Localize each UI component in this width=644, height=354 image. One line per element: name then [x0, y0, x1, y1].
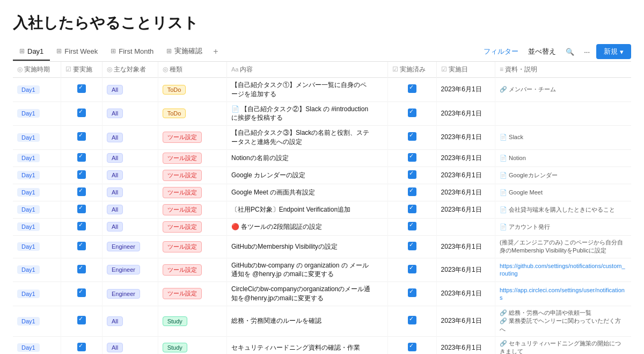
cell-yojitsu	[61, 258, 102, 282]
cell-jissbi: 2023年6月1日	[436, 282, 495, 306]
table-row: Day1Allツール設定〔社用PC対象〕Endpoint Verificatio…	[13, 201, 631, 218]
tab-day1[interactable]: ⊞ Day1	[13, 43, 50, 61]
cell-shiryo	[495, 102, 631, 126]
check-icon	[408, 84, 416, 93]
shiryo-link[interactable]: https://app.circleci.com/settings/user/n…	[500, 287, 625, 301]
shurui-badge: ツール設定	[163, 221, 202, 233]
cell-jikko: Day1	[13, 78, 61, 102]
shurui-badge: ツール設定	[163, 264, 202, 276]
cell-naiyou: 【自己紹介タスク③】Slackの名前と役割、ステータスと連絡先への設定	[227, 126, 388, 150]
check-icon	[408, 132, 416, 141]
tab-firstmonth[interactable]: ⊞ First Month	[104, 43, 160, 61]
cell-jikko: Day1	[13, 282, 61, 306]
cell-yojitsu	[61, 102, 102, 126]
shiryo-text: 📄 Googleカレンダー	[500, 171, 627, 179]
cell-naiyou: Google カレンダーの設定	[227, 167, 388, 184]
cell-naiyou: GitHubのMembership Visibilityの設定	[227, 235, 388, 258]
check-icon	[77, 205, 86, 213]
jikko-badge: Day1	[17, 85, 40, 94]
sort-button[interactable]: 並べ替え	[525, 45, 559, 59]
cell-naiyou: 総務・労務関連のルールを確認	[227, 306, 388, 336]
cell-jikko: Day1	[13, 218, 61, 235]
cell-shurui: ツール設定	[158, 126, 226, 150]
cell-yojitsu	[61, 184, 102, 201]
cell-jissumi	[387, 167, 436, 184]
cell-yojitsu	[61, 126, 102, 150]
check-icon	[408, 242, 416, 250]
taisho-badge: Engineer	[107, 265, 140, 274]
cell-jikko: Day1	[13, 126, 61, 150]
cell-taisho: Engineer	[102, 282, 158, 306]
naiyou-text: 🔴 各ツールの2段階認証の設定	[231, 222, 371, 232]
cell-shurui: ツール設定	[158, 218, 226, 235]
cell-taisho: All	[102, 184, 158, 201]
shiryo-link[interactable]: https://github.com/settings/notification…	[500, 263, 625, 277]
cell-shurui: ToDo	[158, 102, 226, 126]
naiyou-text: セキュリティハードニング資料の確認・作業	[231, 343, 371, 352]
check-icon	[408, 109, 416, 117]
cell-jissumi	[387, 102, 436, 126]
shiryo-text: 📄 会社貸与端末を購入したときにやること	[500, 206, 627, 214]
naiyou-text: 【自己紹介タスク①】メンバー一覧に自身のページを追加する	[231, 81, 371, 99]
th-shurui: ◎種類	[158, 62, 226, 78]
cell-taisho: All	[102, 167, 158, 184]
taisho-badge: Engineer	[107, 242, 140, 251]
tab-firstweek[interactable]: ⊞ First Week	[50, 43, 104, 61]
cell-jikko: Day1	[13, 149, 61, 167]
naiyou-text: Google カレンダーの設定	[231, 171, 371, 180]
cell-shurui: ツール設定	[158, 258, 226, 282]
taisho-badge: All	[107, 170, 123, 180]
cell-taisho: Engineer	[102, 235, 158, 258]
cell-yojitsu	[61, 336, 102, 354]
cell-yojitsu	[61, 149, 102, 167]
check-icon	[408, 265, 416, 273]
check-icon	[408, 316, 416, 324]
shurui-badge: ツール設定	[163, 204, 202, 215]
table-header-row: ◎実施時期 ☑要実施 ◎主な対象者 ◎種類 Aa内容 ☑実施	[13, 62, 631, 78]
table-row: Day1Allツール設定Google Meet の画面共有設定2023年6月1日…	[13, 184, 631, 201]
cell-jissbi: 2023年6月1日	[436, 126, 495, 150]
table-row: Day1AllStudyセキュリティハードニング資料の確認・作業2023年6月1…	[13, 336, 631, 354]
naiyou-text: Notionの名前の設定	[231, 154, 371, 163]
cell-taisho: All	[102, 201, 158, 218]
cell-shiryo: https://github.com/settings/notification…	[495, 258, 631, 282]
table-row: Day1Engineerツール設定GitHubのMembership Visib…	[13, 235, 631, 258]
jikko-badge: Day1	[17, 154, 40, 162]
tab-jisshi[interactable]: ⊞ 実施確認	[160, 42, 209, 61]
shurui-badge: ツール設定	[163, 241, 202, 252]
shiryo-text: 📄 Google Meet	[500, 189, 627, 197]
cell-yojitsu	[61, 282, 102, 306]
cell-shiryo: 🔗 セキュリティハードニング施策の開始につきまして	[495, 336, 631, 354]
shiryo-text: 🔗 メンバー・チーム	[500, 85, 627, 93]
table-row: Day1AllToDo📄 【自己紹介タスク②】Slack の #introduc…	[13, 102, 631, 126]
more-button[interactable]: ···	[581, 46, 593, 58]
check-icon	[77, 343, 86, 351]
check-icon	[77, 265, 86, 273]
filter-button[interactable]: フィルター	[480, 45, 522, 59]
tab-add-button[interactable]: +	[209, 42, 222, 61]
table-row: Day1Engineerツール設定CircleCiのbw-companyのorg…	[13, 282, 631, 306]
check-icon	[77, 316, 86, 324]
cell-jissbi: 2023年6月1日	[436, 78, 495, 102]
naiyou-text: GitHubのbw-company の organization の メール通知…	[231, 261, 371, 279]
cell-shurui: Study	[158, 306, 226, 336]
check-icon	[408, 288, 416, 297]
taisho-badge: All	[107, 205, 123, 214]
cell-jissbi: 2023年6月1日	[436, 184, 495, 201]
jikko-badge: Day1	[17, 205, 40, 214]
shiryo-text: 📄 Slack	[500, 133, 627, 141]
jikko-badge: Day1	[17, 265, 40, 274]
shurui-badge: ツール設定	[163, 170, 202, 181]
cell-taisho: All	[102, 306, 158, 336]
naiyou-text: Google Meet の画面共有設定	[231, 188, 371, 197]
cell-jikko: Day1	[13, 184, 61, 201]
search-button[interactable]: 🔍	[562, 46, 577, 58]
cell-naiyou: 【自己紹介タスク①】メンバー一覧に自身のページを追加する	[227, 78, 388, 102]
jikko-badge: Day1	[17, 290, 40, 298]
shurui-badge: Study	[163, 343, 187, 352]
shiryo-text: 📄 Notion	[500, 154, 627, 162]
naiyou-text: 📄 【自己紹介タスク②】Slack の #introduction に挨拶を投稿…	[231, 105, 371, 123]
taisho-badge: All	[107, 222, 123, 232]
new-button[interactable]: 新規 ▾	[596, 44, 631, 59]
jikko-badge: Day1	[17, 317, 40, 326]
